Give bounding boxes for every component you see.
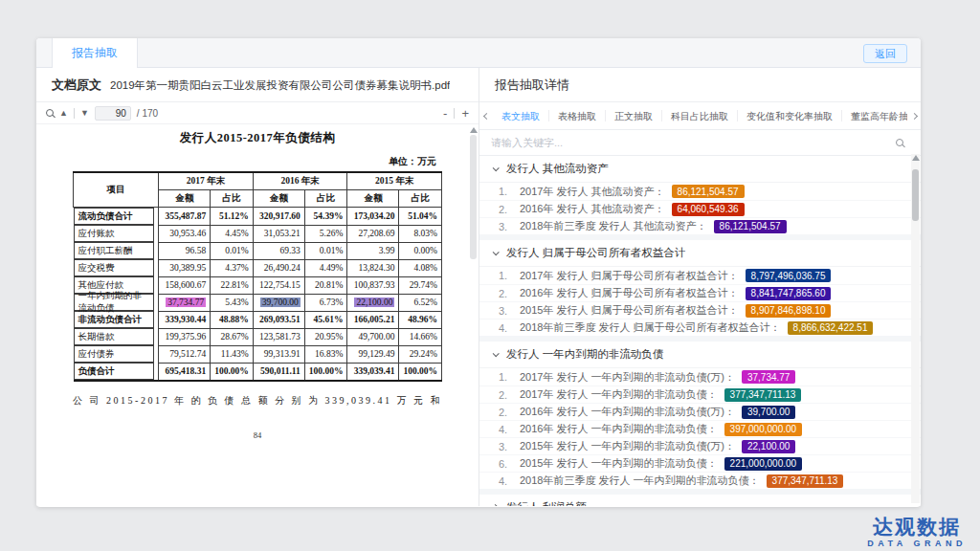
window-tabbar: 报告抽取 返回 [36,38,921,68]
item-label: 2016年 发行人 一年内到期的非流动负债： [520,422,718,436]
pdf-page-number: 84 [73,430,442,440]
table-cell-value: 5.43% [211,294,254,311]
list-item[interactable]: 2.2016年 发行人 其他流动资产：64,060,549.36 [479,200,921,217]
pdf-unit-label: 单位：万元 [78,155,436,168]
list-item[interactable]: 6.2015年 发行人 一年内到期的非流动负债：221,000,000.00 [479,454,921,472]
value-badge[interactable]: 86,121,504.57 [714,220,787,233]
zoom-out-button[interactable]: - [443,107,447,120]
document-source-label: 文档原文 [52,77,101,94]
list-item[interactable]: 1.2017年 发行人 归属于母公司所有者权益合计：8,797,496,036.… [479,267,921,284]
table-cell-value: 695,418.31 [159,363,211,381]
item-number: 1. [499,371,520,383]
page-down-icon[interactable]: ▼ [80,109,89,118]
table-cell-value: 22,100.00 [347,294,399,311]
item-number: 4. [499,322,520,334]
value-badge[interactable]: 8,797,496,036.75 [746,269,832,282]
value-badge[interactable]: 64,060,549.36 [672,203,745,216]
report-extraction-window: 报告抽取 返回 文档原文 2019年第一期贵阳白云工业发展投资有限公司公司债券募… [36,38,921,507]
table-row: 负债合计695,418.31100.00%590,011.11100.00%33… [74,363,442,381]
value-badge[interactable]: 221,000,000.00 [724,457,803,471]
list-item[interactable]: 2.2016年 发行人 归属于母公司所有者权益合计：8,841,747,865.… [479,284,921,301]
extraction-tab-2[interactable]: 表格抽取 [553,102,601,130]
page-number-input[interactable] [95,106,131,121]
list-item[interactable]: 4.2016年 发行人 一年内到期的非流动负债：397,000,000.00 [479,420,921,437]
group-header[interactable]: 发行人 一年内到期的非流动负债 [479,342,921,368]
list-item[interactable]: 1.2017年 发行人 一年内到期的非流动负债(万)：37,734.77 [479,368,921,386]
table-subheader-ratio: 占比 [211,190,254,208]
page-up-icon[interactable]: ▲ [59,109,68,118]
details-scrollbar-thumb[interactable] [912,169,919,221]
item-number: 2. [499,407,520,418]
value-badge[interactable]: 8,866,632,422.51 [788,321,874,335]
table-cell-value: 14.66% [399,328,442,345]
list-item[interactable]: 3.2015年 发行人 一年内到期的非流动负债(万)：22,100.00 [479,437,921,454]
group-header[interactable]: 发行人 归属于母公司所有者权益合计 [479,240,921,267]
value-badge[interactable]: 397,000,000.00 [724,423,803,436]
value-badge[interactable]: 377,347,711.13 [767,474,844,488]
item-label: 2015年 发行人 归属于母公司所有者权益合计： [520,303,739,318]
value-badge[interactable]: 39,700.00 [742,406,796,419]
chevron-down-icon [493,165,500,171]
table-cell-value: 16.83% [304,345,347,363]
table-cell-value: 96.58 [159,242,211,259]
desktop-background: 报告抽取 返回 文档原文 2019年第一期贵阳白云工业发展投资有限公司公司债券募… [0,0,980,551]
details-scrollbar[interactable] [911,154,920,503]
table-cell-value: 6.73% [304,294,347,311]
extraction-tab-5[interactable]: 变化值和变化率抽取 [742,102,837,130]
pdf-document-page: 发行人2015-2017年负债结构 单位：万元 项目 2017 年末 2016 … [73,130,442,440]
table-cell-value: 51.04% [399,208,442,226]
result-group: 发行人 一年内到期的非流动负债1.2017年 发行人 一年内到期的非流动负债(万… [479,342,921,489]
list-item[interactable]: 3.2018年前三季度 发行人 其他流动资产：86,121,504.57 [479,217,921,234]
tabs-scroll-left[interactable] [479,102,493,129]
scroll-up-icon[interactable] [912,155,920,161]
zoom-in-button[interactable]: + [461,107,469,120]
item-label: 2017年 发行人 其他流动资产： [520,185,665,199]
table-cell-value: 590,011.11 [253,363,304,381]
keyword-search-input[interactable] [491,137,896,148]
list-item[interactable]: 4.2018年前三季度 发行人 一年内到期的非流动负债：377,347,711.… [479,472,921,489]
tabs-scroll-right[interactable] [907,102,921,129]
value-badge[interactable]: 8,841,747,865.60 [746,287,832,300]
list-item[interactable]: 1.2017年 发行人 其他流动资产：86,121,504.57 [479,183,921,200]
group-header[interactable]: 发行人 其他流动资产 [479,156,921,183]
chevron-down-icon [493,249,500,255]
value-badge[interactable]: 22,100.00 [742,440,796,453]
table-header-year-2017: 2017 年末 [159,172,254,190]
back-button[interactable]: 返回 [863,44,907,63]
pdf-scrollbar-thumb[interactable] [470,135,477,259]
value-badge[interactable]: 37,734.77 [742,370,796,384]
toolbar-divider [454,108,455,119]
item-label: 2016年 发行人 归属于母公司所有者权益合计： [520,286,739,300]
list-item[interactable]: 2.2017年 发行人 一年内到期的非流动负债：377,347,711.13 [479,386,921,403]
table-header-year-2016: 2016 年末 [253,172,347,190]
item-number: 1. [499,270,520,281]
pdf-search-icon[interactable] [46,109,54,117]
list-item[interactable]: 3.2015年 发行人 归属于母公司所有者权益合计：8,907,846,898.… [479,301,921,319]
extraction-tab-6[interactable]: 董监高年龄抽取 [846,102,907,130]
pdf-page-view[interactable]: 发行人2015-2017年负债结构 单位：万元 项目 2017 年末 2016 … [36,124,479,506]
group-header[interactable]: 发行人 利润总额 [479,495,921,506]
table-cell-value: 269,093.51 [253,311,304,328]
value-badge[interactable]: 8,907,846,898.10 [746,304,832,318]
table-row: 应付职工薪酬96.580.01%69.330.01%3.990.00% [74,242,442,259]
extraction-tab-4[interactable]: 科目占比抽取 [666,102,733,130]
document-header: 文档原文 2019年第一期贵阳白云工业发展投资有限公司公司债券募集说明书.pdf [36,68,479,102]
scroll-up-icon[interactable] [470,127,478,133]
pdf-scrollbar[interactable] [469,126,478,504]
table-cell-value: 99,129.49 [347,345,399,363]
search-icon[interactable] [896,139,903,146]
item-label: 2017年 发行人 归属于母公司所有者权益合计： [520,269,739,283]
value-badge[interactable]: 86,121,504.57 [672,185,745,198]
tab-report-extraction[interactable]: 报告抽取 [52,38,138,68]
table-cell-value: 339,930.44 [159,311,211,328]
table-cell-item: 应付债券 [74,345,154,363]
extraction-tab-3[interactable]: 正文抽取 [610,102,657,130]
extraction-tab-1[interactable]: 表文抽取 [497,102,545,130]
list-item[interactable]: 4.2018年前三季度 发行人 归属于母公司所有者权益合计：8,866,632,… [479,319,921,336]
value-badge[interactable]: 377,347,711.13 [724,388,802,402]
table-row: 流动负债合计355,487.8751.12%320,917.6054.39%17… [74,208,442,226]
list-item[interactable]: 2.2016年 发行人 一年内到期的非流动负债(万)：39,700.00 [479,403,921,420]
table-cell-value: 13,824.30 [347,259,399,276]
table-header-item: 项目 [74,172,159,208]
table-cell-value: 100.00% [211,363,254,381]
